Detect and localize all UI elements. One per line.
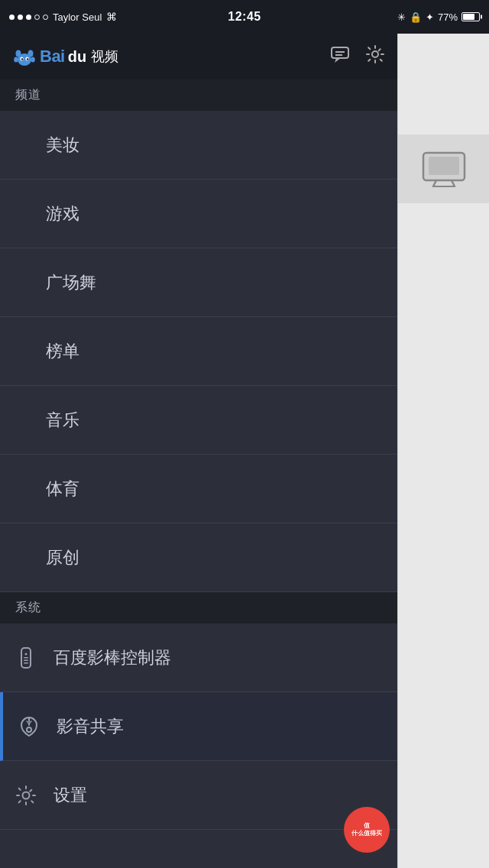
menu-item-yingbang[interactable]: 百度影棒控制器 <box>0 623 397 692</box>
signal-dots <box>9 15 48 20</box>
remote-icon <box>12 644 40 672</box>
lock-icon: 🔒 <box>410 11 422 23</box>
battery-percent: 77% <box>438 11 458 23</box>
battery-fill <box>463 14 474 20</box>
svg-point-1 <box>16 50 21 57</box>
svg-point-7 <box>21 58 23 60</box>
svg-point-19 <box>27 727 31 732</box>
carrier-name: Taylor Seul <box>53 11 102 23</box>
settings-gear-icon <box>12 782 40 809</box>
bluetooth-icon: ✦ <box>426 11 434 23</box>
tv-icon <box>421 151 467 187</box>
dot-5 <box>43 15 48 20</box>
menu-item-yinyue[interactable]: 音乐 <box>0 386 397 455</box>
gear-icon <box>365 44 385 64</box>
section-header-pindao: 频道 <box>0 79 397 111</box>
chat-icon <box>330 46 350 63</box>
baidu-logo: Bai du <box>12 44 86 69</box>
header-icons <box>330 44 385 69</box>
logo-area: Bai du 视频 <box>12 44 322 69</box>
svg-point-8 <box>27 58 28 60</box>
status-time: 12:45 <box>228 10 261 24</box>
tv-icon-area <box>398 134 489 203</box>
badge-text: 值什么值得买 <box>351 822 382 838</box>
app-header: Bai du 视频 <box>0 34 397 79</box>
right-panel <box>397 34 489 868</box>
chat-button[interactable] <box>330 46 350 67</box>
svg-rect-23 <box>429 157 459 175</box>
menu-item-tiyu[interactable]: 体育 <box>0 455 397 523</box>
baidu-du-text: du <box>68 48 86 66</box>
battery-icon <box>461 12 480 21</box>
svg-point-21 <box>23 792 30 798</box>
svg-point-15 <box>25 653 28 655</box>
dot-1 <box>9 15 15 20</box>
menu-item-yuanchuang[interactable]: 原创 <box>0 523 397 592</box>
dot-4 <box>34 15 40 20</box>
dot-3 <box>26 15 31 20</box>
baidu-paw-icon <box>12 44 37 69</box>
status-bar-right: ✳ 🔒 ✦ 77% <box>397 11 480 23</box>
menu-item-youxi[interactable]: 游戏 <box>0 180 397 248</box>
svg-point-4 <box>31 57 35 63</box>
menu-item-shezhi[interactable]: 设置 <box>0 761 397 830</box>
menu-item-bangdan[interactable]: 榜单 <box>0 317 397 386</box>
svg-rect-18 <box>24 662 28 664</box>
svg-point-13 <box>372 51 378 57</box>
status-bar-left: Taylor Seul ⌘ <box>9 11 397 23</box>
bottom-badge[interactable]: 值什么值得买 <box>344 807 390 853</box>
dot-2 <box>18 15 23 20</box>
section-header-xitong: 系统 <box>0 592 397 623</box>
sidebar: 频道 美妆 游戏 广场舞 榜单 音乐 体育 原创 系统 <box>0 79 397 868</box>
cast-icon <box>15 713 43 740</box>
svg-rect-17 <box>24 659 28 661</box>
menu-item-meizhuang[interactable]: 美妆 <box>0 111 397 180</box>
baidu-text: Bai <box>40 47 65 66</box>
shipin-text: 视频 <box>91 47 118 66</box>
menu-item-guangchangwu[interactable]: 广场舞 <box>0 248 397 317</box>
menu-item-yingyingfenxiang[interactable]: 影音共享 <box>0 692 397 761</box>
svg-point-2 <box>28 50 34 57</box>
brightness-icon: ✳ <box>397 11 406 23</box>
settings-button[interactable] <box>365 44 385 69</box>
svg-rect-16 <box>24 657 28 659</box>
svg-point-3 <box>14 57 18 63</box>
status-bar: Taylor Seul ⌘ 12:45 ✳ 🔒 ✦ 77% <box>0 0 489 34</box>
wifi-icon: ⌘ <box>106 11 117 23</box>
